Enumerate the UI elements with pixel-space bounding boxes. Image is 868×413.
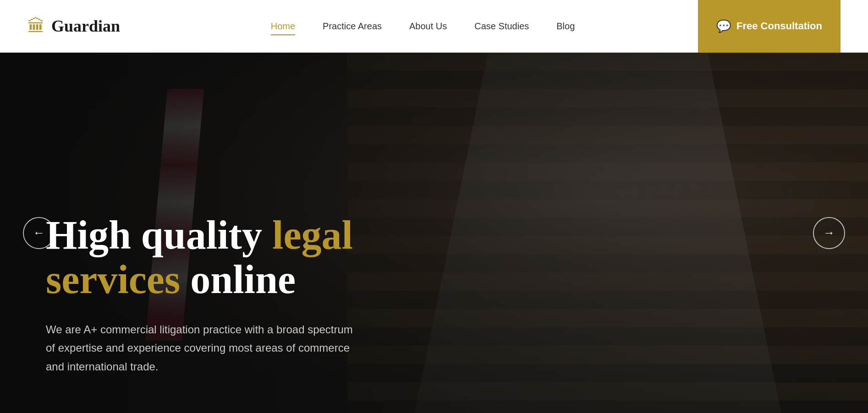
logo-icon: 🏛 (27, 16, 45, 36)
chat-icon: 💬 (716, 19, 731, 33)
nav-item-case-studies[interactable]: Case Studies (474, 21, 529, 32)
hero-title-gold2: services (46, 257, 180, 302)
nav-item-home[interactable]: Home (271, 21, 295, 32)
nav-item-about-us[interactable]: About Us (409, 21, 447, 32)
logo-text: Guardian (51, 16, 120, 36)
free-consultation-button[interactable]: 💬 Free Consultation (698, 0, 841, 53)
hero-title-gold1: legal (272, 213, 353, 257)
next-slide-button[interactable]: → (813, 217, 845, 249)
nav-item-practice-areas[interactable]: Practice Areas (323, 21, 382, 32)
hero-title-part2: online (180, 257, 296, 302)
main-nav: Home Practice Areas About Us Case Studie… (148, 21, 698, 32)
hero-title-part1: High quality (46, 213, 272, 257)
header: 🏛 Guardian Home Practice Areas About Us … (0, 0, 868, 53)
hero-content: High quality legal services online We ar… (46, 213, 357, 376)
hero-section: High quality legal services online We ar… (0, 53, 868, 413)
cta-label: Free Consultation (736, 20, 822, 32)
hero-subtitle: We are A+ commercial litigation practice… (46, 321, 357, 376)
nav-item-blog[interactable]: Blog (556, 21, 575, 32)
logo[interactable]: 🏛 Guardian (27, 16, 120, 36)
hero-title: High quality legal services online (46, 213, 357, 302)
prev-slide-button[interactable]: ← (23, 217, 55, 249)
